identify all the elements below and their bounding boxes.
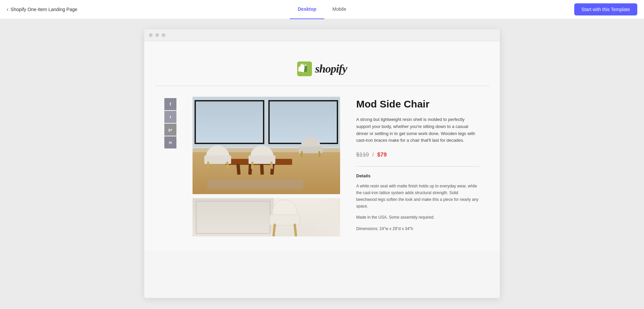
product-section: f t g+ in [144,97,500,251]
browser-dot-3 [162,33,165,37]
details-text-2: Made in the USA. Some assembly required. [356,214,480,221]
header-divider [154,86,490,86]
googleplus-icon: g+ [168,128,172,132]
linkedin-icon: in [169,141,172,144]
nav-title: Shopify One-Item Landing Page [10,7,77,12]
landing-page: shopify f t g+ [144,41,500,251]
browser-chrome [144,29,500,41]
product-info: Mod Side Chair A strong but lightweight … [356,97,480,237]
shopify-header: shopify [144,55,500,86]
browser-dot-2 [155,33,159,37]
product-images [193,97,340,237]
details-text-1: A white resin seat with matte finish hol… [356,183,480,210]
price-original: $110 [356,151,369,158]
product-description: A strong but lightweight resin shell is … [356,116,480,144]
social-sidebar: f t g+ in [164,98,176,237]
back-button[interactable]: ‹ Shopify One-Item Landing Page [7,6,77,12]
main-area: shopify f t g+ [0,19,644,309]
details-label: Details [356,173,480,178]
twitter-icon: t [170,115,171,119]
product-price: $110 / $79 [356,151,480,158]
details-text-3: Dimensions: 24"w x 29"d x 34"h [356,226,480,232]
product-image-secondary [193,198,340,236]
twitter-share-button[interactable]: t [164,111,176,123]
shopify-wordmark: shopify [315,62,347,75]
linkedin-share-button[interactable]: in [164,136,176,148]
product-image-main [193,97,340,194]
price-sale: $79 [377,151,387,158]
start-template-button[interactable]: Start with this Template [574,3,637,15]
price-separator: / [372,151,374,158]
browser-dot-1 [149,33,153,37]
tab-mobile[interactable]: Mobile [324,0,354,19]
chair-scene-main [193,97,340,194]
chair-scene-secondary [193,198,340,236]
nav-tabs: Desktop Mobile [290,0,354,19]
product-divider [356,166,480,167]
shopify-logo: shopify [297,61,347,76]
facebook-share-button[interactable]: f [164,98,176,110]
tab-desktop[interactable]: Desktop [290,0,324,19]
browser-mockup: shopify f t g+ [144,29,500,298]
back-icon: ‹ [7,6,8,12]
product-name: Mod Side Chair [356,98,480,110]
shopify-bag-icon [297,61,312,76]
top-nav: ‹ Shopify One-Item Landing Page Desktop … [0,0,644,19]
facebook-icon: f [170,101,171,107]
googleplus-share-button[interactable]: g+ [164,124,176,136]
